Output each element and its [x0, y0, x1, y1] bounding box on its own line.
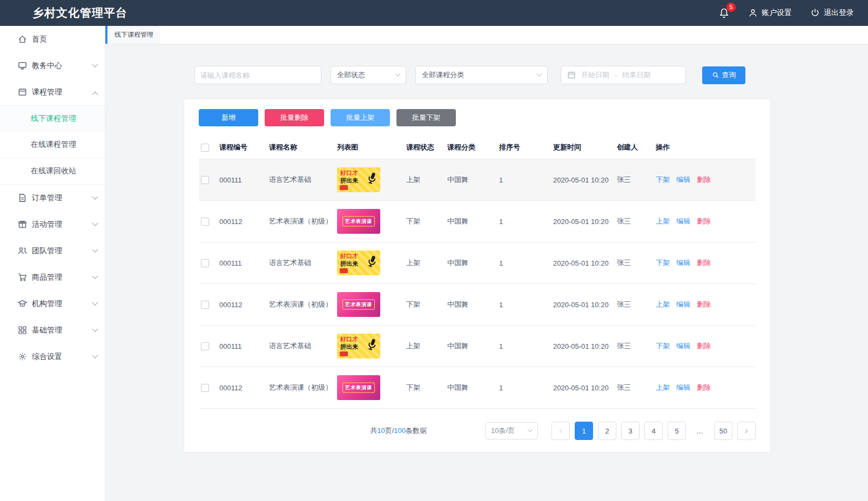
date-separator: -: [615, 71, 617, 79]
action-delete[interactable]: 删除: [697, 300, 711, 308]
action-edit[interactable]: 编辑: [676, 300, 690, 308]
chevron-down-icon: [395, 71, 401, 76]
content-area: 线下课程管理 全部状态 全部课程分类 开始日期 - 结束日期: [105, 26, 868, 501]
action-edit[interactable]: 编辑: [676, 383, 690, 391]
sidebar-item-team-mgmt[interactable]: 团队管理: [0, 238, 105, 264]
thumb-text-line1: 好口才: [340, 253, 358, 259]
row-checkbox[interactable]: [201, 301, 209, 309]
thumb-label: 艺术表演课: [342, 300, 375, 310]
row-checkbox[interactable]: [201, 384, 209, 392]
microphone-icon: [363, 250, 380, 272]
sidebar-item-label: 商品管理: [32, 273, 62, 282]
sidebar-item-settings[interactable]: 综合设置: [0, 343, 105, 370]
batch-delete-button[interactable]: 批量删除: [265, 109, 324, 126]
row-checkbox[interactable]: [201, 218, 209, 226]
sidebar-item-label: 综合设置: [32, 352, 62, 362]
page-button-4[interactable]: 4: [644, 422, 663, 440]
creator: 张三: [615, 159, 654, 201]
column-header: 列表图: [335, 137, 404, 159]
row-checkbox[interactable]: [201, 342, 209, 350]
thumb-text-line2: 拼出来: [340, 261, 358, 267]
main-layout: 首页教务中心课程管理线下课程管理在线课程管理在线课回收站订单管理活动管理团队管理…: [0, 26, 868, 501]
sidebar-item-label: 首页: [32, 35, 47, 44]
action-delete[interactable]: 删除: [697, 259, 711, 267]
course-id: 000111: [217, 326, 267, 367]
batch-on-shelf-button[interactable]: 批量上架: [331, 109, 390, 126]
date-range-picker[interactable]: 开始日期 - 结束日期: [561, 66, 686, 84]
action-edit[interactable]: 编辑: [676, 217, 690, 225]
course-name: 艺术表演课（初级）: [267, 284, 335, 326]
course-name-input[interactable]: [194, 66, 321, 84]
select-all-checkbox[interactable]: [201, 144, 209, 152]
row-checkbox[interactable]: [201, 259, 209, 267]
page-button-50[interactable]: 50: [714, 422, 732, 440]
add-button[interactable]: 新增: [199, 109, 258, 126]
logout-button[interactable]: 退出登录: [810, 8, 854, 18]
page-button-1[interactable]: 1: [575, 422, 593, 440]
sidebar-item-org-mgmt[interactable]: 机构管理: [0, 290, 105, 317]
sidebar-subitem-online-recycle[interactable]: 在线课回收站: [0, 158, 105, 185]
account-settings-button[interactable]: 账户设置: [748, 8, 792, 18]
action-off-shelf[interactable]: 下架: [656, 259, 670, 267]
logout-label: 退出登录: [824, 8, 854, 18]
sidebar-item-base-mgmt[interactable]: 基础管理: [0, 317, 105, 343]
action-on-shelf[interactable]: 上架: [656, 300, 670, 308]
sidebar-item-goods-mgmt[interactable]: 商品管理: [0, 264, 105, 290]
sidebar-item-course-mgmt[interactable]: 课程管理: [0, 79, 105, 105]
sort-number: 1: [497, 367, 551, 409]
notifications-button[interactable]: 5: [718, 8, 730, 19]
user-icon: [748, 8, 758, 18]
chevron-down-icon: [92, 352, 98, 358]
sidebar-item-home[interactable]: 首页: [0, 26, 105, 52]
course-status: 上架: [404, 326, 445, 367]
action-on-shelf[interactable]: 上架: [656, 383, 670, 391]
row-actions: 下架编辑删除: [654, 159, 756, 201]
tab-offline-course[interactable]: 线下课程管理: [105, 26, 160, 44]
page-button-3[interactable]: 3: [621, 422, 640, 440]
total-items: 100: [394, 426, 406, 435]
thumb-decoration: [340, 268, 348, 273]
action-edit[interactable]: 编辑: [676, 342, 690, 350]
action-on-shelf[interactable]: 上架: [656, 217, 670, 225]
account-settings-label: 账户设置: [762, 8, 792, 18]
action-off-shelf[interactable]: 下架: [656, 342, 670, 350]
top-header: 乡村文化管理平台 5 账户设置 退出登录: [0, 0, 868, 26]
column-header: 课程分类: [445, 137, 497, 159]
course-status: 下架: [404, 284, 445, 326]
row-actions: 上架编辑删除: [654, 367, 756, 409]
row-checkbox[interactable]: [201, 176, 209, 184]
action-delete[interactable]: 删除: [697, 217, 711, 225]
course-table: 课程编号课程名称列表图课程状态课程分类排序号更新时间创建人操作 000111语言…: [199, 137, 756, 409]
action-delete[interactable]: 删除: [697, 383, 711, 391]
sidebar-item-order-mgmt[interactable]: 订单管理: [0, 185, 105, 211]
category-select[interactable]: 全部课程分类: [415, 66, 548, 84]
prev-page-button[interactable]: ‹: [551, 422, 570, 440]
action-edit[interactable]: 编辑: [676, 175, 690, 184]
sidebar-subitem-offline-course[interactable]: 线下课程管理: [0, 105, 105, 132]
column-header: 创建人: [615, 137, 654, 159]
course-category: 中国舞: [445, 159, 497, 201]
column-header: 课程名称: [267, 137, 335, 159]
chevron-down-icon: [92, 61, 98, 67]
action-delete[interactable]: 删除: [697, 175, 711, 184]
sidebar-subitem-online-course[interactable]: 在线课程管理: [0, 132, 105, 158]
page-size-select[interactable]: 10条/页: [485, 422, 538, 439]
course-id: 000112: [217, 201, 267, 242]
batch-off-shelf-button[interactable]: 批量下架: [396, 109, 456, 126]
action-delete[interactable]: 删除: [697, 342, 711, 350]
status-select[interactable]: 全部状态: [331, 66, 406, 84]
sidebar-item-edu-center[interactable]: 教务中心: [0, 52, 105, 79]
sidebar-item-activity-mgmt[interactable]: 活动管理: [0, 211, 105, 238]
search-button[interactable]: 查询: [702, 66, 745, 84]
page-button-5[interactable]: 5: [668, 422, 686, 440]
thumb-text-line2: 拼出来: [340, 178, 358, 184]
next-page-button[interactable]: ›: [737, 422, 756, 440]
app-title: 乡村文化管理平台: [32, 5, 127, 21]
school-icon: [18, 299, 27, 308]
action-off-shelf[interactable]: 下架: [656, 175, 670, 184]
page-button-2[interactable]: 2: [598, 422, 616, 440]
course-status: 下架: [404, 201, 445, 242]
table-row: 000111语言艺术基础好口才拼出来上架中国舞12020-05-01 10:20…: [199, 326, 756, 367]
action-edit[interactable]: 编辑: [676, 259, 690, 267]
course-id: 000112: [217, 284, 267, 326]
